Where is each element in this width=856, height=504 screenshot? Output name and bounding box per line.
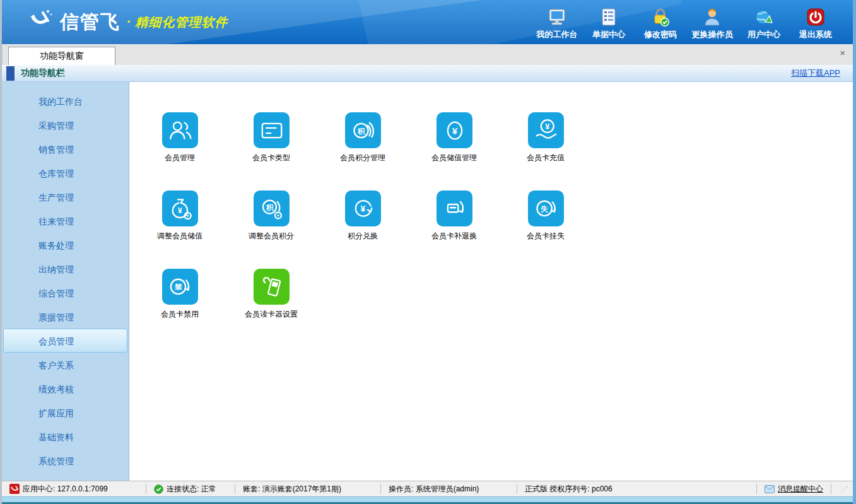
sidebar-item-invoice[interactable]: 票据管理 — [3, 305, 127, 329]
tab-function-navigator[interactable]: 功能导航窗 — [8, 47, 115, 65]
sidebar-item-member-management[interactable]: 会员管理 — [3, 329, 127, 353]
tile-label: 会员读卡器设置 — [245, 309, 298, 320]
tile-glyph: ¥ — [545, 121, 550, 131]
brand-swoosh-icon — [27, 9, 60, 35]
sidebar-item-my-workbench[interactable]: 我的工作台 — [3, 89, 127, 113]
toolbar-user-center[interactable]: 用户中心 — [738, 4, 790, 40]
stored-value-manage-icon: ¥ — [437, 112, 472, 148]
sidebar-item-cashier[interactable]: 出纳管理 — [3, 257, 127, 281]
connection-ok-icon — [154, 484, 163, 494]
toolbar-label: 我的工作台 — [531, 29, 583, 40]
tile-label: 会员卡补退换 — [431, 231, 477, 242]
documents-icon — [583, 4, 635, 27]
workbench-monitor-icon — [531, 4, 583, 27]
tile-label: 会员卡类型 — [252, 153, 290, 163]
tile-label: 调整会员储值 — [157, 231, 202, 242]
adjust-points-icon: 积 — [254, 190, 290, 226]
sidebar-item-extensions[interactable]: 扩展应用 — [3, 401, 127, 425]
license-text: 正式版 授权序列号: pc006 — [525, 484, 613, 495]
app-window: 信管飞 · 精细化管理软件 我的工作台 — [0, 0, 856, 504]
sidebar-item-sales[interactable]: 销售管理 — [3, 137, 127, 161]
tile-member-card-replace[interactable]: 会员卡补退换 — [437, 190, 528, 249]
brand-tagline: 精细化管理软件 — [135, 14, 228, 31]
message-center-link[interactable]: 消息提醒中心 — [757, 484, 831, 495]
sidebar-item-system[interactable]: 系统管理 — [3, 448, 127, 472]
sidebar-item-base-data[interactable]: 基础资料 — [3, 425, 127, 448]
tile-label: 积分兑换 — [348, 231, 378, 242]
card-recharge-icon: ¥ — [528, 112, 564, 148]
account-set-text: 账套: 演示账套(2017年第1期) — [243, 484, 341, 495]
card-replace-icon — [437, 190, 472, 226]
header-toolbar: 我的工作台 单据中心 — [531, 4, 841, 40]
member-card-type-icon — [254, 112, 290, 148]
sidebar-item-performance[interactable]: 绩效考核 — [3, 377, 127, 401]
tile-member-points-management[interactable]: 积 会员积分管理 — [345, 112, 437, 170]
sidebar-item-purchase[interactable]: 采购管理 — [3, 113, 127, 137]
sidebar-item-production[interactable]: 生产管理 — [3, 185, 127, 209]
tile-member-stored-value-management[interactable]: ¥ 会员储值管理 — [437, 112, 528, 170]
app-header: 信管飞 · 精细化管理软件 我的工作台 — [2, 0, 853, 44]
tile-row-3: 禁 会员卡禁用 — [162, 269, 853, 327]
toolbar-exit-system[interactable]: 退出系统 — [790, 4, 841, 40]
status-app-center: 应用中心: 127.0.0.1:7099 — [2, 484, 146, 495]
tile-member-card-recharge[interactable]: ¥ 会员卡充值 — [528, 112, 619, 170]
tile-member-card-loss[interactable]: 失 会员卡挂失 — [528, 190, 619, 249]
toolbar-my-workbench[interactable]: 我的工作台 — [531, 4, 583, 40]
close-icon[interactable]: × — [840, 48, 845, 57]
toolbar-change-password[interactable]: 修改密码 — [635, 4, 686, 40]
sidebar-item-accounting[interactable]: 账务处理 — [3, 233, 127, 257]
app-logo: 信管飞 · 精细化管理软件 — [27, 9, 228, 35]
nav-title: 功能导航栏 — [21, 67, 65, 79]
tile-member-card-reader-settings[interactable]: 会员读卡器设置 — [254, 269, 345, 327]
exit-power-icon — [790, 4, 841, 27]
brand-separator: · — [127, 14, 131, 30]
tile-adjust-member-points[interactable]: 积 调整会员积分 — [254, 190, 345, 249]
toolbar-label: 更换操作员 — [686, 29, 738, 40]
toolbar-label: 单据中心 — [583, 29, 635, 40]
toolbar-switch-operator[interactable]: 更换操作员 — [686, 4, 738, 40]
status-license: 正式版 授权序列号: pc006 — [517, 484, 756, 495]
tile-points-exchange[interactable]: ¥ 积分兑换 — [345, 190, 437, 249]
window-bottom-frame — [2, 496, 853, 504]
user-center-globe-icon — [738, 4, 790, 27]
sidebar-item-customer-relations[interactable]: 客户关系 — [3, 353, 127, 377]
tile-label: 会员卡挂失 — [527, 231, 565, 242]
sidebar-item-comprehensive[interactable]: 综合管理 — [3, 281, 127, 305]
tile-glyph: ¥ — [360, 203, 365, 213]
card-reader-settings-icon — [254, 269, 290, 305]
sidebar-item-warehouse[interactable]: 仓库管理 — [3, 161, 127, 185]
status-operator: 操作员: 系统管理员(admin) — [381, 484, 517, 495]
switch-operator-icon — [686, 4, 738, 27]
toolbar-label: 用户中心 — [738, 29, 790, 40]
status-account-set: 账套: 演示账套(2017年第1期) — [235, 484, 380, 495]
members-icon — [162, 112, 198, 148]
scan-download-app-link[interactable]: 扫描下载APP — [791, 67, 840, 79]
tile-label: 调整会员积分 — [249, 231, 294, 242]
tile-glyph: 禁 — [174, 283, 182, 291]
resize-grip[interactable]: ⋰ — [831, 485, 853, 493]
tile-glyph: 积 — [356, 126, 365, 134]
sidebar: 我的工作台 采购管理 销售管理 仓库管理 生产管理 往来管理 账务处理 出纳管理… — [2, 82, 129, 481]
tile-label: 会员积分管理 — [340, 153, 385, 163]
tile-glyph: 失 — [541, 204, 548, 213]
tile-adjust-member-stored-value[interactable]: ¥ 调整会员储值 — [162, 190, 254, 249]
tile-label: 会员储值管理 — [431, 153, 477, 163]
tile-row-1: 会员管理 会员卡类型 — [162, 112, 853, 170]
toolbar-label: 修改密码 — [635, 29, 686, 40]
card-disable-icon: 禁 — [162, 269, 198, 305]
tile-glyph: ¥ — [452, 125, 457, 136]
tile-label: 会员卡充值 — [527, 153, 565, 163]
tile-member-management[interactable]: 会员管理 — [162, 112, 254, 170]
password-lock-icon — [635, 4, 686, 27]
toolbar-document-center[interactable]: 单据中心 — [583, 4, 635, 40]
operator-text: 操作员: 系统管理员(admin) — [389, 484, 479, 495]
sidebar-item-contacts[interactable]: 往来管理 — [3, 209, 127, 233]
tile-member-card-type[interactable]: 会员卡类型 — [254, 112, 345, 170]
nav-marker — [6, 66, 15, 81]
card-loss-icon: 失 — [528, 190, 564, 226]
tile-member-card-disable[interactable]: 禁 会员卡禁用 — [162, 269, 254, 327]
tile-glyph: 积 — [265, 202, 274, 211]
status-connection: 连接状态: 正常 — [146, 484, 235, 495]
tab-strip: 功能导航窗 × — [2, 44, 853, 65]
tile-row-2: ¥ 调整会员储值 积 — [162, 190, 853, 249]
